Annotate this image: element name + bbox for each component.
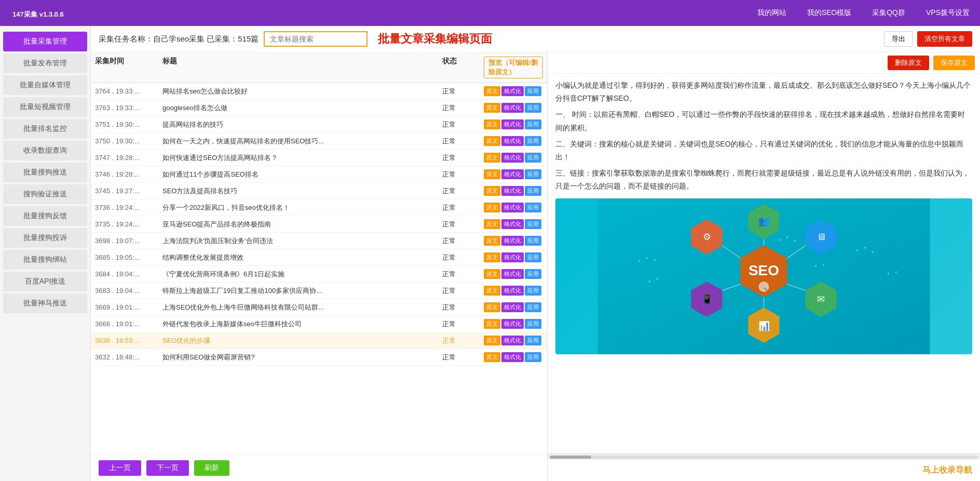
- nav-qq-group[interactable]: 采集QQ群: [872, 8, 905, 18]
- table-row[interactable]: 3632 . 18:48:... 如何利用SEO做全网霸屏营销? 正常 原文 格…: [91, 349, 547, 366]
- save-original-button[interactable]: 保存原文: [933, 56, 975, 70]
- btn-yuanwen[interactable]: 原文: [484, 269, 500, 279]
- table-row[interactable]: 3669 . 19:01:... 上海SEO优化外包上海牛巨微网络科技有限公司站…: [91, 299, 547, 316]
- preview-text-1: 小编认为就是通过引擎，得到好的，获得更多网站度我们称作流量，最后成成交。那么到底…: [555, 79, 972, 105]
- sidebar-item-shenma-push[interactable]: 批量神马推送: [3, 293, 87, 313]
- preview-scrollbar[interactable]: [548, 453, 980, 460]
- table-row[interactable]: 3736 . 19:24:... 分享一个2022新风口，抖音seo优化排名！ …: [91, 199, 547, 216]
- btn-yingyon[interactable]: 应用: [525, 336, 541, 345]
- btn-yuanwen[interactable]: 原文: [484, 119, 500, 129]
- btn-yuanwen[interactable]: 原文: [484, 153, 500, 163]
- btn-geishi[interactable]: 格式化: [501, 169, 524, 179]
- btn-yuanwen[interactable]: 原文: [484, 86, 500, 96]
- btn-yingyon[interactable]: 应用: [525, 269, 541, 279]
- sidebar-item-sougou-bind[interactable]: 批量搜狗绑站: [3, 250, 87, 270]
- btn-yingyon[interactable]: 应用: [525, 186, 541, 196]
- btn-geishi[interactable]: 格式化: [501, 319, 524, 329]
- btn-yuanwen[interactable]: 原文: [484, 236, 500, 246]
- nav-my-website[interactable]: 我的网站: [757, 8, 786, 18]
- table-row[interactable]: 3638 . 18:53:... SEO优化的步骤 正常 原文 格式化 应用: [91, 332, 547, 349]
- btn-yuanwen[interactable]: 原文: [484, 252, 500, 262]
- search-input[interactable]: [264, 31, 367, 47]
- nav-vps-settings[interactable]: VPS拨号设置: [926, 8, 970, 18]
- btn-yuanwen[interactable]: 原文: [484, 302, 500, 312]
- btn-geishi[interactable]: 格式化: [501, 186, 524, 196]
- refresh-button[interactable]: 刷新: [194, 460, 229, 476]
- btn-yuanwen[interactable]: 原文: [484, 336, 500, 345]
- preview-content[interactable]: 小编认为就是通过引擎，得到好的，获得更多网站度我们称作流量，最后成成交。那么到底…: [548, 74, 980, 453]
- btn-geishi[interactable]: 格式化: [501, 86, 524, 96]
- btn-yingyon[interactable]: 应用: [525, 103, 541, 113]
- list-header: 采集时间 标题 状态 预览（可编辑/删除原文）: [91, 52, 547, 83]
- prev-page-button[interactable]: 上一页: [99, 460, 141, 476]
- sidebar-item-sougou-feedback[interactable]: 批量搜狗反馈: [3, 206, 87, 226]
- btn-yuanwen[interactable]: 原文: [484, 219, 500, 229]
- table-row[interactable]: 3685 . 19:05:... 结构调整优化发展提质增效 正常 原文 格式化 …: [91, 249, 547, 266]
- sidebar-item-sougou-complaint[interactable]: 批量搜狗投诉: [3, 228, 87, 248]
- btn-yingyon[interactable]: 应用: [525, 252, 541, 262]
- table-row[interactable]: 3683 . 19:04:... 特斯拉上海超级工厂19日复工推动100多家供应…: [91, 283, 547, 299]
- sidebar-item-batch-media[interactable]: 批量自媒体管理: [3, 75, 87, 95]
- btn-yingyon[interactable]: 应用: [525, 319, 541, 329]
- btn-geishi[interactable]: 格式化: [501, 119, 524, 129]
- btn-yuanwen[interactable]: 原文: [484, 286, 500, 296]
- table-row[interactable]: 3764 . 19:33:... 网站排名seo怎么做会比较好 正常 原文 格式…: [91, 83, 547, 100]
- btn-yuanwen[interactable]: 原文: [484, 169, 500, 179]
- btn-yuanwen[interactable]: 原文: [484, 186, 500, 196]
- clear-all-button[interactable]: 清空所有文章: [917, 31, 972, 47]
- table-row[interactable]: 3735 . 19:24:... 亚马逊SEO提高产品排名的终极指南 正常 原文…: [91, 216, 547, 233]
- btn-geishi[interactable]: 格式化: [501, 286, 524, 296]
- table-row[interactable]: 3763 . 19:33:... googleseo排名怎么做 正常 原文 格式…: [91, 100, 547, 116]
- sidebar-item-batch-rank[interactable]: 批量排名监控: [3, 119, 87, 139]
- table-row[interactable]: 3745 . 19:27:... SEO方法及提高排名技巧 正常 原文 格式化 …: [91, 183, 547, 199]
- btn-yingyon[interactable]: 应用: [525, 236, 541, 246]
- sidebar-item-sougou-verify[interactable]: 搜狗验证推送: [3, 184, 87, 204]
- btn-geishi[interactable]: 格式化: [501, 236, 524, 246]
- table-row[interactable]: 3698 . 19:07:... 上海法院判决'负面压制业务'合同违法 正常 原…: [91, 233, 547, 249]
- sidebar-item-record-query[interactable]: 收录数据查询: [3, 141, 87, 161]
- btn-yingyon[interactable]: 应用: [525, 153, 541, 163]
- btn-yingyon[interactable]: 应用: [525, 169, 541, 179]
- delete-original-button[interactable]: 删除原文: [888, 56, 929, 70]
- row-time: 3698 . 19:07:...: [91, 236, 158, 246]
- table-row[interactable]: 3668 . 19:01:... 外链代发包收录上海新媒体seo牛巨微科技公司 …: [91, 316, 547, 332]
- btn-yingyon[interactable]: 应用: [525, 352, 541, 362]
- sidebar-item-batch-collect[interactable]: 批量采集管理: [3, 32, 87, 51]
- btn-yuanwen[interactable]: 原文: [484, 319, 500, 329]
- btn-yuanwen[interactable]: 原文: [484, 103, 500, 113]
- btn-geishi[interactable]: 格式化: [501, 136, 524, 146]
- sidebar-item-batch-video[interactable]: 批量短视频管理: [3, 97, 87, 117]
- btn-geishi[interactable]: 格式化: [501, 352, 524, 362]
- btn-geishi[interactable]: 格式化: [501, 302, 524, 312]
- svg-point-13: [649, 280, 651, 283]
- next-page-button[interactable]: 下一页: [146, 460, 189, 476]
- btn-yuanwen[interactable]: 原文: [484, 136, 500, 146]
- btn-geishi[interactable]: 格式化: [501, 336, 524, 345]
- btn-geishi[interactable]: 格式化: [501, 269, 524, 279]
- bottom-right-link[interactable]: 马上收录导航: [548, 460, 980, 481]
- btn-geishi[interactable]: 格式化: [501, 153, 524, 163]
- table-row[interactable]: 3747 . 19:28:... 如何快速通过SEO方法提高网站排名？ 正常 原…: [91, 150, 547, 166]
- table-row[interactable]: 3751 . 19:30:... 提高网站排名的技巧 正常 原文 格式化 应用: [91, 116, 547, 133]
- btn-geishi[interactable]: 格式化: [501, 252, 524, 262]
- btn-geishi[interactable]: 格式化: [501, 103, 524, 113]
- btn-geishi[interactable]: 格式化: [501, 219, 524, 229]
- btn-yingyon[interactable]: 应用: [525, 286, 541, 296]
- btn-geishi[interactable]: 格式化: [501, 203, 524, 212]
- btn-yingyon[interactable]: 应用: [525, 219, 541, 229]
- btn-yingyon[interactable]: 应用: [525, 203, 541, 212]
- table-row[interactable]: 3750 . 19:30:... 如何在一天之内，快速提高网站排名的使用SEO技…: [91, 133, 547, 150]
- btn-yingyon[interactable]: 应用: [525, 119, 541, 129]
- sidebar-item-baidu-api[interactable]: 百度API推送: [3, 272, 87, 291]
- btn-yuanwen[interactable]: 原文: [484, 203, 500, 212]
- btn-yuanwen[interactable]: 原文: [484, 352, 500, 362]
- table-row[interactable]: 3684 . 19:04:... 《宁夏优化营商环境条例》6月1日起实施 正常 …: [91, 266, 547, 283]
- btn-yingyon[interactable]: 应用: [525, 302, 541, 312]
- export-button[interactable]: 导出: [884, 31, 913, 47]
- btn-yingyon[interactable]: 应用: [525, 136, 541, 146]
- table-row[interactable]: 3746 . 19:28:... 如何通过11个步骤提高SEO排名 正常 原文 …: [91, 166, 547, 183]
- sidebar-item-batch-publish[interactable]: 批量发布管理: [3, 54, 87, 73]
- sidebar-item-sougou-push[interactable]: 批量搜狗推送: [3, 163, 87, 182]
- btn-yingyon[interactable]: 应用: [525, 86, 541, 96]
- nav-seo-template[interactable]: 我的SEO模版: [807, 8, 852, 18]
